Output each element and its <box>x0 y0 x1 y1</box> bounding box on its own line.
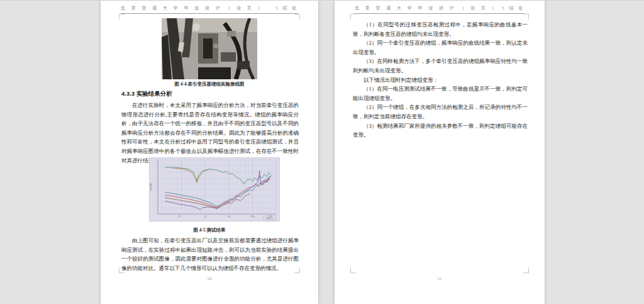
svg-text:100k: 100k <box>250 215 255 218</box>
svg-text:-: - <box>156 166 157 168</box>
paragraph-text: 由上图可知，在牵引变压器出厂以及交接前后都需要通过绕组进行频率响应测试，在实验过… <box>121 236 299 273</box>
svg-text:1k: 1k <box>204 215 207 218</box>
svg-text:幅值(dB): 幅值(dB) <box>150 183 152 191</box>
conclusion-paragraph: （2）同一个绕组，在多次相同方法的检测之后，所记录的特性均不一致，则判定当前绕组… <box>353 103 528 121</box>
conclusion-paragraph: （3）检测结果和厂家所提供的相关参数不一致，则判定绕组可能存在变形。 <box>353 121 528 140</box>
conclusion-paragraph: （1）在同型号的迁移变压器检测过程中，若频率响应的曲线基本一致，则判断各变压器的… <box>353 20 528 38</box>
svg-text:10k: 10k <box>227 215 230 218</box>
svg-text:-: - <box>156 171 157 174</box>
page-number-left: 20 <box>101 276 318 281</box>
figure-photo-wiring <box>162 18 257 79</box>
svg-text:-: - <box>156 201 157 204</box>
conclusion-paragraph: （3）在同样检测方法下，多个牵引变压器的绕组频率响应特性均一致则判断均未出现变形… <box>353 57 528 75</box>
svg-text:-: - <box>156 183 157 186</box>
crop-mark <box>119 14 125 20</box>
document-page-left: 北 京 交 通 大 学 毕 业 设 计 （ 论 文 ） 5 结 论 图 4-4 … <box>101 1 318 304</box>
crop-mark <box>350 267 356 273</box>
crop-mark <box>523 14 529 20</box>
section-heading-4-3-3: 4.3.3 实验结果分析 <box>121 90 172 98</box>
svg-text:100: 100 <box>177 215 180 218</box>
conclusion-paragraph: （1）在同一电压测测试结果不一致，导致曲线显示不一致，则判定可能出现绕组变形。 <box>353 84 528 103</box>
page-number-right: 21 <box>335 276 545 281</box>
svg-text:-: - <box>156 159 157 162</box>
conclusion-paragraphs: （1）在同型号的迁移变压器检测过程中，若频率响应的曲线基本一致，则判断各变压器的… <box>353 20 528 140</box>
svg-text:-: - <box>156 177 157 180</box>
svg-text:-: - <box>156 207 157 210</box>
header-title: 北 京 交 通 大 学 毕 业 设 计 （ 论 文 ） <box>355 5 499 11</box>
page-header: 北 京 交 通 大 学 毕 业 设 计 （ 论 文 ） 5 结 论 <box>355 5 525 14</box>
paragraph-text: 在进行实验时，本文采用了频率响应的分析方法，对当前牵引变压器的物理形态进行分析,… <box>121 101 299 165</box>
frequency-response-chart: ---------1001k10k100k1M幅值(dB)频率 Hz <box>149 157 280 222</box>
svg-text:-: - <box>156 195 157 198</box>
header-title: 北 京 交 通 大 学 毕 业 设 计 （ 论 文 ） <box>121 5 265 11</box>
chart-image: ---------1001k10k100k1M幅值(dB)频率 Hz <box>149 157 280 222</box>
crop-mark <box>523 267 529 273</box>
document-page-right: 北 京 交 通 大 学 毕 业 设 计 （ 论 文 ） 5 结 论 （1）在同型… <box>335 1 545 304</box>
svg-text:频率 Hz: 频率 Hz <box>266 217 274 220</box>
page-header: 北 京 交 通 大 学 毕 业 设 计 （ 论 文 ） 5 结 论 <box>121 5 298 14</box>
header-section-label: 5 结 论 <box>502 5 525 11</box>
figure-caption-4-4: 图 4-4 牵引变压器绕组实验接线图 <box>101 81 318 87</box>
result-discussion-paragraph: 由上图可知，在牵引变压器出厂以及交接前后都需要通过绕组进行频率响应测试，在实验过… <box>121 236 299 273</box>
figure-caption-4-5: 图 4-5 测试结果 <box>101 227 318 234</box>
header-section-label: 5 结 论 <box>275 5 298 11</box>
conclusion-paragraph: 以下情况出现时判定绕组变形： <box>353 76 528 85</box>
analysis-paragraph: 在进行实验时，本文采用了频率响应的分析方法，对当前牵引变压器的物理形态进行分析,… <box>121 101 299 165</box>
document-viewer-canvas: { "document": { "header": { "title": "北 … <box>0 0 644 304</box>
crop-mark <box>294 14 300 20</box>
conclusion-paragraph: （2）同一个牵引变压器的绕组，频率响应的曲线结果一致，则认定未出现变形。 <box>353 38 528 57</box>
svg-text:-: - <box>156 189 157 192</box>
crop-mark <box>350 14 356 20</box>
wiring-photo-image <box>162 18 257 79</box>
